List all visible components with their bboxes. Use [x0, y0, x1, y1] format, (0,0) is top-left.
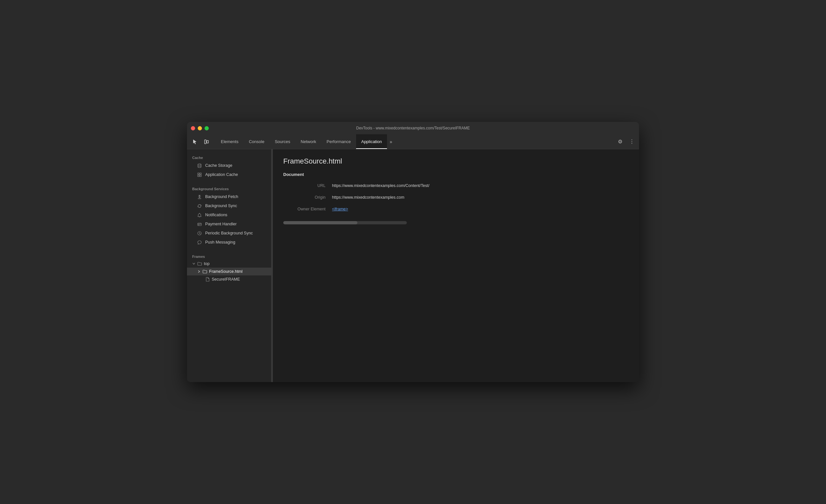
toolbar-tabs: Elements Console Sources Network Perform… [216, 134, 615, 149]
toolbar-right: ⚙ ⋮ [615, 137, 636, 146]
payment-handler-icon [197, 222, 202, 227]
secureiframe-file-icon [205, 277, 210, 281]
expand-top-arrow [192, 262, 195, 265]
frames-section-label: Frames [187, 252, 271, 260]
svg-rect-3 [198, 173, 199, 175]
settings-button[interactable]: ⚙ [615, 137, 625, 146]
url-row: URL https://www.mixedcontentexamples.com… [283, 183, 629, 188]
owner-element-label: Owner Element [283, 207, 332, 211]
url-value: https://www.mixedcontentexamples.com/Con… [332, 183, 429, 188]
svg-rect-8 [198, 225, 199, 225]
bg-services-section-label: Background Services [187, 184, 271, 192]
tab-console[interactable]: Console [244, 134, 270, 149]
sidebar-item-payment-handler[interactable]: Payment Handler [187, 219, 271, 229]
periodic-bg-sync-icon [197, 231, 202, 236]
frame-item-secureiframe[interactable]: SecureIFRAME [187, 275, 271, 283]
traffic-lights [191, 126, 209, 130]
owner-element-row: Owner Element <iframe> [283, 207, 629, 211]
owner-element-value[interactable]: <iframe> [332, 207, 348, 211]
svg-rect-1 [207, 140, 209, 143]
top-folder-icon [197, 261, 202, 266]
svg-rect-0 [204, 140, 206, 144]
svg-rect-6 [200, 175, 201, 177]
progress-bar-fill [283, 221, 357, 225]
svg-rect-5 [198, 175, 199, 177]
application-cache-icon [197, 172, 202, 177]
sidebar-item-application-cache[interactable]: Application Cache [187, 170, 271, 179]
cache-storage-icon [197, 163, 202, 168]
document-section: Document URL https://www.mixedcontentexa… [273, 172, 639, 225]
cache-section-label: Cache [187, 153, 271, 161]
tab-network[interactable]: Network [296, 134, 321, 149]
frame-item-framesource[interactable]: FrameSource.html [187, 268, 271, 275]
progress-container [283, 221, 618, 225]
content-title: FrameSource.html [273, 149, 639, 172]
window-title: DevTools - www.mixedcontentexamples.com/… [356, 126, 470, 130]
sidebar-item-periodic-background-sync[interactable]: Periodic Background Sync [187, 229, 271, 238]
title-bar: DevTools - www.mixedcontentexamples.com/… [187, 122, 639, 134]
svg-point-2 [198, 164, 201, 165]
sidebar-item-background-fetch[interactable]: Background Fetch [187, 192, 271, 201]
close-button[interactable] [191, 126, 195, 130]
layers-icon-button[interactable] [201, 137, 212, 147]
framesource-folder-icon [202, 269, 207, 274]
origin-label: Origin [283, 195, 332, 200]
tab-sources[interactable]: Sources [270, 134, 296, 149]
main-area: Cache Cache Storage [187, 149, 639, 382]
document-heading: Document [283, 172, 629, 177]
url-label: URL [283, 183, 332, 188]
devtools-window: DevTools - www.mixedcontentexamples.com/… [187, 122, 639, 382]
background-fetch-icon [197, 194, 202, 199]
maximize-button[interactable] [204, 126, 209, 130]
svg-rect-4 [200, 173, 201, 175]
toolbar-icons [190, 137, 212, 147]
toolbar: Elements Console Sources Network Perform… [187, 134, 639, 149]
sidebar: Cache Cache Storage [187, 149, 272, 382]
progress-bar [283, 221, 407, 225]
frame-item-top[interactable]: top [187, 260, 271, 268]
cursor-icon-button[interactable] [190, 137, 200, 147]
more-tabs-button[interactable]: » [387, 134, 395, 149]
tab-application[interactable]: Application [356, 134, 387, 149]
tab-elements[interactable]: Elements [216, 134, 244, 149]
sidebar-item-notifications[interactable]: Notifications [187, 210, 271, 219]
tab-performance[interactable]: Performance [321, 134, 356, 149]
origin-value: https://www.mixedcontentexamples.com [332, 195, 404, 200]
content-panel: FrameSource.html Document URL https://ww… [273, 149, 639, 382]
svg-rect-7 [198, 223, 201, 226]
push-messaging-icon [197, 240, 202, 245]
background-sync-icon [197, 203, 202, 208]
sidebar-item-push-messaging[interactable]: Push Messaging [187, 238, 271, 247]
menu-button[interactable]: ⋮ [627, 137, 636, 146]
expand-framesource-arrow [197, 270, 201, 273]
minimize-button[interactable] [198, 126, 202, 130]
origin-row: Origin https://www.mixedcontentexamples.… [283, 195, 629, 200]
sidebar-item-background-sync[interactable]: Background Sync [187, 201, 271, 210]
sidebar-item-cache-storage[interactable]: Cache Storage [187, 161, 271, 170]
notifications-icon [197, 212, 202, 217]
